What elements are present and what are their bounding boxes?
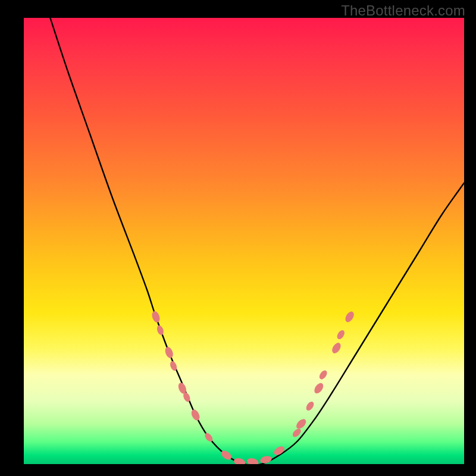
marker-point (156, 324, 165, 336)
marker-point (151, 310, 161, 323)
bottleneck-curve (50, 18, 464, 464)
watermark-text: TheBottleneck.com (341, 2, 465, 19)
marker-point (336, 329, 346, 341)
marker-point (295, 417, 308, 430)
chart-svg (24, 18, 464, 464)
chart-frame: TheBottleneck.com (0, 0, 476, 476)
marker-point (164, 346, 174, 359)
plot-area (24, 18, 464, 464)
marker-point (330, 342, 342, 355)
marker-point (305, 400, 315, 412)
marker-point (246, 457, 259, 464)
marker-point (259, 455, 273, 464)
marker-point (190, 408, 201, 422)
sample-points (151, 310, 356, 464)
marker-point (318, 369, 328, 380)
marker-point (312, 381, 325, 395)
marker-point (343, 310, 355, 324)
marker-point (233, 457, 246, 464)
